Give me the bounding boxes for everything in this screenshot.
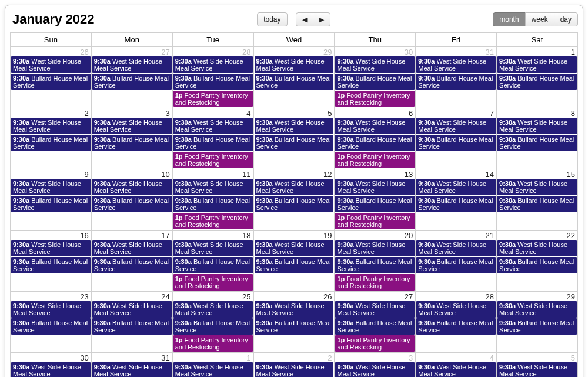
day-cell[interactable]: 239:30a West Side House Meal Service9:30… xyxy=(11,292,92,353)
event-bullard[interactable]: 9:30a Bullard House Meal Service xyxy=(335,135,415,151)
day-cell[interactable]: 69:30a West Side House Meal Service9:30a… xyxy=(335,108,416,169)
day-cell[interactable]: 199:30a West Side House Meal Service9:30… xyxy=(253,231,335,292)
event-west[interactable]: 9:30a West Side House Meal Service xyxy=(92,362,172,377)
event-bullard[interactable]: 9:30a Bullard House Meal Service xyxy=(11,196,91,212)
day-cell[interactable]: 29:30a West Side House Meal Service9:30a… xyxy=(253,353,335,378)
day-cell[interactable]: 319:30a West Side House Meal Service9:30… xyxy=(91,353,172,378)
day-cell[interactable]: 289:30a West Side House Meal Service9:30… xyxy=(172,47,253,108)
event-bullard[interactable]: 9:30a Bullard House Meal Service xyxy=(335,318,415,335)
event-bullard[interactable]: 9:30a Bullard House Meal Service xyxy=(11,135,91,151)
day-cell[interactable]: 99:30a West Side House Meal Service9:30a… xyxy=(11,169,92,231)
event-west[interactable]: 9:30a West Side House Meal Service xyxy=(92,240,172,256)
event-bullard[interactable]: 9:30a Bullard House Meal Service xyxy=(92,196,172,212)
event-bullard[interactable]: 9:30a Bullard House Meal Service xyxy=(255,257,334,273)
event-pantry[interactable]: 1p Food Pantry Inventory and Restocking xyxy=(335,335,415,352)
event-west[interactable]: 9:30a West Side House Meal Service xyxy=(255,179,334,195)
day-cell[interactable]: 289:30a West Side House Meal Service9:30… xyxy=(416,292,497,353)
event-bullard[interactable]: 9:30a Bullard House Meal Service xyxy=(335,257,415,273)
event-pantry[interactable]: 1p Food Pantry Inventory and Restocking xyxy=(335,274,415,291)
event-pantry[interactable]: 1p Food Pantry Inventory and Restocking xyxy=(335,152,415,168)
event-west[interactable]: 9:30a West Side House Meal Service xyxy=(255,301,334,318)
event-bullard[interactable]: 9:30a Bullard House Meal Service xyxy=(173,196,253,212)
event-west[interactable]: 9:30a West Side House Meal Service xyxy=(11,118,91,134)
event-west[interactable]: 9:30a West Side House Meal Service xyxy=(335,56,415,73)
event-west[interactable]: 9:30a West Side House Meal Service xyxy=(335,301,415,318)
event-west[interactable]: 9:30a West Side House Meal Service xyxy=(173,56,253,73)
event-west[interactable]: 9:30a West Side House Meal Service xyxy=(11,362,91,377)
event-bullard[interactable]: 9:30a Bullard House Meal Service xyxy=(11,74,91,90)
event-bullard[interactable]: 9:30a Bullard House Meal Service xyxy=(416,135,496,151)
day-cell[interactable]: 19:30a West Side House Meal Service9:30a… xyxy=(497,47,578,108)
day-cell[interactable]: 149:30a West Side House Meal Service9:30… xyxy=(416,169,497,231)
event-pantry[interactable]: 1p Food Pantry Inventory and Restocking xyxy=(335,91,415,107)
event-bullard[interactable]: 9:30a Bullard House Meal Service xyxy=(416,74,496,90)
event-pantry[interactable]: 1p Food Pantry Inventory and Restocking xyxy=(173,91,253,107)
event-west[interactable]: 9:30a West Side House Meal Service xyxy=(92,118,172,134)
next-button[interactable]: ▶ xyxy=(313,12,330,26)
event-west[interactable]: 9:30a West Side House Meal Service xyxy=(255,118,334,134)
event-west[interactable]: 9:30a West Side House Meal Service xyxy=(497,301,577,318)
day-cell[interactable]: 49:30a West Side House Meal Service9:30a… xyxy=(172,108,253,169)
event-bullard[interactable]: 9:30a Bullard House Meal Service xyxy=(335,74,415,90)
day-cell[interactable]: 89:30a West Side House Meal Service9:30a… xyxy=(497,108,578,169)
event-bullard[interactable]: 9:30a Bullard House Meal Service xyxy=(497,257,577,273)
day-cell[interactable]: 139:30a West Side House Meal Service9:30… xyxy=(335,169,416,231)
event-bullard[interactable]: 9:30a Bullard House Meal Service xyxy=(497,318,577,335)
day-cell[interactable]: 229:30a West Side House Meal Service9:30… xyxy=(497,231,578,292)
day-cell[interactable]: 159:30a West Side House Meal Service9:30… xyxy=(497,169,578,231)
event-west[interactable]: 9:30a West Side House Meal Service xyxy=(255,56,334,73)
prev-button[interactable]: ◀ xyxy=(296,12,313,26)
day-cell[interactable]: 59:30a West Side House Meal Service9:30a… xyxy=(253,108,335,169)
day-cell[interactable]: 179:30a West Side House Meal Service9:30… xyxy=(91,231,172,292)
event-pantry[interactable]: 1p Food Pantry Inventory and Restocking xyxy=(335,213,415,229)
event-west[interactable]: 9:30a West Side House Meal Service xyxy=(416,118,496,134)
event-west[interactable]: 9:30a West Side House Meal Service xyxy=(497,362,577,377)
event-west[interactable]: 9:30a West Side House Meal Service xyxy=(335,179,415,195)
event-bullard[interactable]: 9:30a Bullard House Meal Service xyxy=(416,318,496,335)
event-west[interactable]: 9:30a West Side House Meal Service xyxy=(92,301,172,318)
day-cell[interactable]: 109:30a West Side House Meal Service9:30… xyxy=(91,169,172,231)
event-bullard[interactable]: 9:30a Bullard House Meal Service xyxy=(92,257,172,273)
day-cell[interactable]: 119:30a West Side House Meal Service9:30… xyxy=(172,169,253,231)
event-west[interactable]: 9:30a West Side House Meal Service xyxy=(173,118,253,134)
day-cell[interactable]: 49:30a West Side House Meal Service9:30a… xyxy=(416,353,497,378)
day-cell[interactable]: 249:30a West Side House Meal Service9:30… xyxy=(91,292,172,353)
event-bullard[interactable]: 9:30a Bullard House Meal Service xyxy=(173,74,253,90)
day-cell[interactable]: 279:30a West Side House Meal Service9:30… xyxy=(335,292,416,353)
day-cell[interactable]: 59:30a West Side House Meal Service9:30a… xyxy=(497,353,578,378)
month-view-button[interactable]: month xyxy=(493,12,525,26)
event-bullard[interactable]: 9:30a Bullard House Meal Service xyxy=(416,196,496,212)
event-west[interactable]: 9:30a West Side House Meal Service xyxy=(173,301,253,318)
day-cell[interactable]: 19:30a West Side House Meal Service9:30a… xyxy=(172,353,253,378)
event-bullard[interactable]: 9:30a Bullard House Meal Service xyxy=(255,135,334,151)
event-bullard[interactable]: 9:30a Bullard House Meal Service xyxy=(255,74,334,90)
event-pantry[interactable]: 1p Food Pantry Inventory and Restocking xyxy=(173,335,253,352)
event-bullard[interactable]: 9:30a Bullard House Meal Service xyxy=(92,318,172,335)
day-cell[interactable]: 269:30a West Side House Meal Service9:30… xyxy=(253,292,335,353)
day-cell[interactable]: 39:30a West Side House Meal Service9:30a… xyxy=(91,108,172,169)
day-view-button[interactable]: day xyxy=(554,12,578,26)
event-bullard[interactable]: 9:30a Bullard House Meal Service xyxy=(497,74,577,90)
event-west[interactable]: 9:30a West Side House Meal Service xyxy=(255,362,334,377)
week-view-button[interactable]: week xyxy=(525,12,554,26)
day-cell[interactable]: 279:30a West Side House Meal Service9:30… xyxy=(91,47,172,108)
day-cell[interactable]: 29:30a West Side House Meal Service9:30a… xyxy=(11,108,92,169)
day-cell[interactable]: 129:30a West Side House Meal Service9:30… xyxy=(253,169,335,231)
event-west[interactable]: 9:30a West Side House Meal Service xyxy=(416,301,496,318)
event-west[interactable]: 9:30a West Side House Meal Service xyxy=(497,179,577,195)
event-west[interactable]: 9:30a West Side House Meal Service xyxy=(335,118,415,134)
event-west[interactable]: 9:30a West Side House Meal Service xyxy=(335,240,415,256)
day-cell[interactable]: 299:30a West Side House Meal Service9:30… xyxy=(253,47,335,108)
day-cell[interactable]: 189:30a West Side House Meal Service9:30… xyxy=(172,231,253,292)
day-cell[interactable]: 39:30a West Side House Meal Service9:30a… xyxy=(335,353,416,378)
event-bullard[interactable]: 9:30a Bullard House Meal Service xyxy=(92,135,172,151)
event-west[interactable]: 9:30a West Side House Meal Service xyxy=(416,362,496,377)
day-cell[interactable]: 259:30a West Side House Meal Service9:30… xyxy=(172,292,253,353)
event-bullard[interactable]: 9:30a Bullard House Meal Service xyxy=(11,257,91,273)
event-west[interactable]: 9:30a West Side House Meal Service xyxy=(416,179,496,195)
event-west[interactable]: 9:30a West Side House Meal Service xyxy=(497,240,577,256)
event-west[interactable]: 9:30a West Side House Meal Service xyxy=(497,118,577,134)
event-west[interactable]: 9:30a West Side House Meal Service xyxy=(255,240,334,256)
event-pantry[interactable]: 1p Food Pantry Inventory and Restocking xyxy=(173,152,253,168)
event-west[interactable]: 9:30a West Side House Meal Service xyxy=(416,240,496,256)
